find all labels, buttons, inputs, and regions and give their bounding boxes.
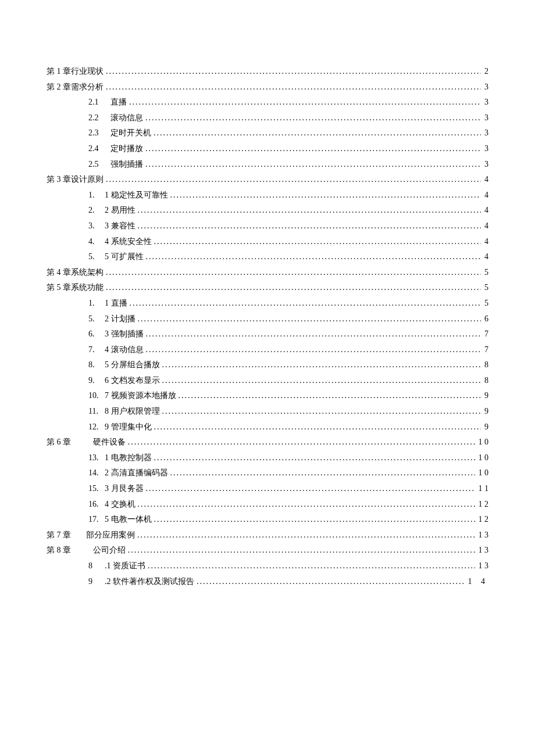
toc-page: 1 1 (475, 481, 489, 497)
toc-page: 3 (481, 141, 488, 157)
dot-leader (138, 311, 482, 327)
document-page: 第 1 章行业现状 2 第 2 章需求分析 3 2.1 直播 3 2.2 滚动信… (0, 0, 535, 756)
toc-row-section: 5. 5 可扩展性 4 (47, 249, 488, 265)
dot-leader (145, 157, 481, 173)
toc-title: 2 高清直播编码器 (105, 465, 170, 481)
dot-leader (146, 249, 482, 265)
dot-leader (146, 342, 482, 358)
toc-title: 8 用户权限管理 (105, 404, 162, 420)
toc-label: 第 4 章系统架构 (47, 265, 106, 281)
toc-page: 4 (481, 218, 488, 234)
toc-number: 9. (88, 373, 105, 389)
toc-number: 2.4 (88, 141, 110, 157)
toc-number: 2.2 (88, 110, 110, 126)
toc-title: 3 强制插播 (105, 327, 146, 342)
dot-leader (154, 512, 475, 528)
toc-title: 硬件设备 (93, 435, 128, 450)
dot-leader (128, 435, 475, 450)
toc-chapter: 第 6 章 (47, 435, 80, 450)
toc-number: 1. (88, 188, 105, 203)
toc-page: 7 (481, 327, 488, 342)
toc-row-section: 2.2 滚动信息 3 (47, 110, 488, 126)
toc-row-section: 17. 5 电教一体机 1 2 (47, 512, 488, 528)
toc-title: 直播 (110, 95, 129, 110)
dot-leader (154, 450, 475, 466)
toc-page: 2 (481, 64, 488, 80)
toc-title: 1 直播 (105, 296, 130, 311)
toc-page: 3 (481, 80, 488, 95)
toc-row-section: 3. 3 兼容性 4 (47, 218, 488, 234)
toc-number: 8. (88, 357, 105, 373)
toc-title: 5 电教一体机 (105, 512, 154, 528)
toc-row-section: 2.3 定时开关机 3 (47, 126, 488, 141)
dot-leader (106, 80, 481, 95)
toc-number: 5. (88, 249, 105, 265)
toc-row-section: 1. 1 稳定性及可靠性 4 (47, 188, 488, 203)
toc-row-section: 2.5 强制插播 3 (47, 157, 488, 173)
toc-row-section: 8. 5 分屏组合播放 8 (47, 357, 488, 373)
toc-title: 3 月艮务器 (105, 481, 146, 497)
toc-page: 1 0 (475, 435, 489, 450)
dot-leader (146, 327, 482, 342)
toc-row-chapter: 第 4 章系统架构 5 (47, 265, 488, 281)
toc-page: 4 (481, 203, 488, 218)
dot-leader (154, 234, 482, 250)
dot-leader (138, 218, 482, 234)
toc-number: 17. (88, 512, 105, 528)
toc-title: 滚动信息 (110, 110, 145, 126)
toc-page: 5 (481, 280, 488, 296)
dot-leader (138, 203, 482, 218)
dot-leader (197, 574, 465, 590)
dot-leader (162, 373, 482, 389)
toc-number: 5. (88, 311, 105, 327)
dot-leader (128, 543, 475, 558)
toc-row-chapter: 第 8 章 公司介绍 1 3 (47, 543, 488, 558)
toc-number: 8 (88, 558, 105, 574)
toc-title: 1 稳定性及可靠性 (105, 188, 170, 203)
toc-number: 11. (88, 404, 105, 420)
toc-title: 部分应用案例 (86, 528, 137, 543)
toc-page: 1 2 (475, 512, 489, 528)
dot-leader (146, 481, 475, 497)
toc-page: 8 (481, 373, 488, 389)
toc-number: 13. (88, 450, 105, 466)
toc-title: 5 可扩展性 (105, 249, 146, 265)
toc-row-section: 5. 2 计划播 6 (47, 311, 488, 327)
toc-page: 1 3 (475, 558, 489, 574)
dot-leader (170, 188, 482, 203)
dot-leader (129, 95, 481, 110)
toc-number: 15. (88, 481, 105, 497)
dot-leader (138, 497, 475, 513)
toc-row-chapter: 第 1 章行业现状 2 (47, 64, 488, 80)
toc-number: 2.1 (88, 95, 110, 110)
toc-row-section: 14. 2 高清直播编码器 1 0 (47, 465, 488, 481)
dot-leader (154, 420, 482, 435)
toc-row-section: 1. 1 直播 5 (47, 296, 488, 311)
toc-title: 7 视频资源本地播放 (105, 388, 179, 404)
toc-page: 5 (481, 296, 488, 311)
toc-number: 2.3 (88, 126, 110, 141)
toc-page: 1 4 (465, 574, 489, 590)
toc-label: 第 5 章系统功能 (47, 280, 106, 296)
dot-leader (106, 64, 481, 80)
toc-number: 16. (88, 497, 105, 513)
toc-row-section: 15. 3 月艮务器 1 1 (47, 481, 488, 497)
toc-title: 定时开关机 (110, 126, 154, 141)
toc-page: 1 2 (475, 497, 489, 513)
toc-row-chapter: 第 7 章 部分应用案例 1 3 (47, 528, 488, 543)
toc-page: 4 (481, 249, 488, 265)
dot-leader (130, 296, 482, 311)
toc-page: 4 (481, 188, 488, 203)
toc-page: 1 0 (475, 450, 489, 466)
toc-row-chapter: 第 5 章系统功能 5 (47, 280, 488, 296)
dot-leader (162, 404, 482, 420)
toc-title: .2 软件著作权及测试报告 (105, 574, 197, 590)
toc-title: .1 资质证书 (105, 558, 148, 574)
toc-title: 3 兼容性 (105, 218, 138, 234)
toc-number: 6. (88, 327, 105, 342)
toc-page: 9 (481, 420, 488, 435)
toc-row-chapter: 第 3 章设计原则 4 (47, 172, 488, 188)
toc-row-chapter: 第 6 章 硬件设备 1 0 (47, 435, 488, 450)
toc-title: 1 电教控制器 (105, 450, 154, 466)
toc-page: 3 (481, 110, 488, 126)
